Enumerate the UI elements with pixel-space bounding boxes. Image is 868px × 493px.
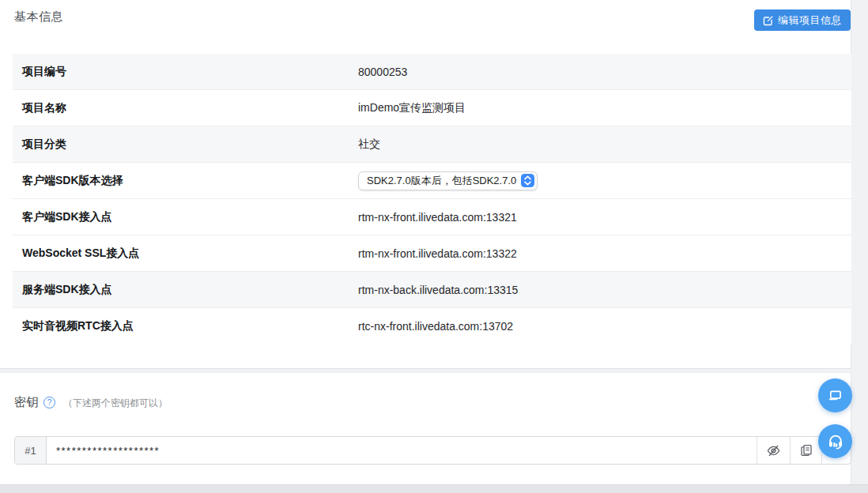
info-value: 社交	[358, 137, 380, 152]
project-info-table: 项目编号 80000253 项目名称 imDemo宣传监测项目 项目分类 社交 …	[13, 54, 851, 344]
horizontal-scrollbar-track[interactable]	[0, 484, 868, 493]
basic-info-title: 基本信息	[14, 9, 63, 24]
table-row: 客户端SDK版本选择 SDK2.7.0版本后，包括SDK2.7.0	[13, 163, 851, 199]
info-label: WebSocket SSL接入点	[13, 246, 358, 261]
info-label: 实时音视频RTC接入点	[13, 319, 358, 333]
edit-square-icon	[763, 15, 774, 26]
info-label: 客户端SDK接入点	[13, 210, 358, 224]
info-value: SDK2.7.0版本后，包括SDK2.7.0	[358, 171, 538, 190]
info-label: 项目编号	[13, 65, 358, 79]
headset-float-button[interactable]	[818, 424, 852, 458]
key-index-label: #1	[15, 437, 47, 464]
edit-project-button[interactable]: 编辑项目信息	[754, 9, 851, 31]
select-stepper-icon	[521, 174, 534, 187]
secret-key-row: #1	[14, 436, 851, 465]
info-value: rtm-nx-back.ilivedata.com:13315	[358, 284, 518, 296]
reveal-key-button[interactable]	[757, 437, 790, 464]
table-row: 项目分类 社交	[13, 126, 851, 163]
table-row: 客户端SDK接入点 rtm-nx-front.ilivedata.com:133…	[13, 199, 851, 235]
sdk-version-select[interactable]: SDK2.7.0版本后，包括SDK2.7.0	[358, 171, 538, 190]
secret-section-header: 密钥 ? （下述两个密钥都可以）	[14, 395, 168, 410]
basic-info-card: 基本信息 编辑项目信息 项目编号 80000253 项目名称 imDemo宣传监…	[0, 0, 851, 369]
table-row: 项目名称 imDemo宣传监测项目	[13, 90, 851, 126]
sdk-version-select-value: SDK2.7.0版本后，包括SDK2.7.0	[367, 174, 516, 188]
table-row: 实时音视频RTC接入点 rtc-nx-front.ilivedata.com:1…	[13, 308, 851, 344]
help-icon[interactable]: ?	[43, 397, 55, 408]
secret-hint: （下述两个密钥都可以）	[63, 395, 168, 410]
table-row: 服务端SDK接入点 rtm-nx-back.ilivedata.com:1331…	[13, 272, 851, 308]
chat-bubble-icon	[827, 387, 843, 404]
copy-icon	[799, 443, 813, 457]
eye-off-icon	[766, 443, 781, 458]
chat-float-button[interactable]	[818, 378, 852, 412]
info-label: 项目名称	[13, 101, 358, 115]
edit-project-button-label: 编辑项目信息	[778, 13, 842, 28]
copy-key-button[interactable]	[790, 437, 821, 464]
info-label: 服务端SDK接入点	[13, 283, 358, 297]
info-value: imDemo宣传监测项目	[358, 101, 466, 115]
info-label: 项目分类	[13, 137, 358, 152]
table-row: WebSocket SSL接入点 rtm-nx-front.ilivedata.…	[13, 235, 851, 272]
info-value: rtc-nx-front.ilivedata.com:13702	[358, 320, 513, 333]
headset-icon	[827, 433, 844, 450]
info-label: 客户端SDK版本选择	[13, 174, 358, 188]
secret-key-card: 密钥 ? （下述两个密钥都可以） #1	[0, 372, 851, 484]
table-row: 项目编号 80000253	[13, 54, 851, 90]
info-value: 80000253	[358, 66, 407, 78]
info-value: rtm-nx-front.ilivedata.com:13322	[358, 247, 517, 260]
secret-title: 密钥	[14, 395, 39, 410]
secret-key-input[interactable]	[47, 437, 757, 464]
info-value: rtm-nx-front.ilivedata.com:13321	[358, 211, 517, 224]
